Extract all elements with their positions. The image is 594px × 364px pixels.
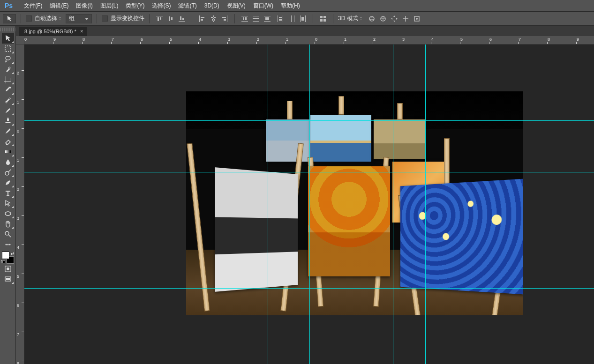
close-tab-icon[interactable]: × (80, 28, 83, 35)
guide-vertical[interactable] (393, 45, 393, 364)
svg-point-4 (416, 18, 418, 20)
guide-horizontal[interactable] (24, 172, 594, 172)
3d-orbit-icon[interactable] (367, 14, 377, 24)
document-tab[interactable]: 8.jpg @ 50%(RGB/8) * × (19, 27, 87, 36)
3d-scale-icon[interactable] (412, 14, 422, 24)
active-tool-indicator[interactable] (3, 14, 16, 23)
menu-image[interactable]: 图像(I) (72, 0, 96, 12)
toolbox-grip[interactable] (0, 28, 15, 31)
menu-filter[interactable]: 滤镜(T) (174, 0, 200, 12)
ruler-tick: 9 (53, 37, 56, 42)
separator (21, 14, 21, 23)
move-tool[interactable] (2, 33, 14, 44)
align-bottom-icon[interactable] (177, 14, 187, 24)
canvas-area: 0987654321012345678910 21012345678 (16, 36, 594, 364)
screen-mode-tool[interactable] (2, 274, 14, 284)
auto-select-dropdown[interactable]: 组 (66, 14, 92, 23)
distribute-vcenter-icon[interactable] (251, 14, 261, 24)
dodge-tool[interactable] (2, 167, 14, 178)
separator (234, 14, 235, 23)
image-content (186, 91, 523, 315)
history-brush-tool[interactable] (2, 126, 14, 136)
blur-tool[interactable] (2, 157, 14, 167)
mode-3d-label: 3D 模式： (338, 15, 364, 22)
show-transform-checkbox[interactable] (102, 15, 108, 22)
menu-file[interactable]: 文件(F) (20, 0, 46, 12)
ruler-vertical[interactable]: 21012345678 (16, 45, 24, 364)
menu-window[interactable]: 窗口(W) (249, 0, 277, 12)
ruler-tick: 6 (141, 37, 143, 42)
menu-type[interactable]: 类型(Y) (122, 0, 148, 12)
workspace: 8.jpg @ 50%(RGB/8) * × 09876543210123456… (16, 26, 594, 364)
svg-point-16 (7, 267, 9, 270)
distribute-bottom-icon[interactable] (262, 14, 272, 24)
pen-tool[interactable] (2, 178, 14, 188)
ruler-horizontal[interactable]: 0987654321012345678910 (24, 36, 594, 45)
guide-vertical[interactable] (425, 45, 426, 364)
edit-toolbar[interactable] (2, 239, 14, 250)
color-swatches[interactable]: ⇄ (2, 252, 14, 264)
align-middle-icon[interactable] (165, 14, 176, 24)
ruler-tick: 4 (431, 37, 434, 42)
3d-slide-icon[interactable] (400, 14, 411, 24)
hand-tool[interactable] (2, 219, 14, 229)
ruler-tick: 3 (228, 37, 230, 42)
ruler-tick: 1 (344, 37, 346, 42)
align-left-icon[interactable] (197, 14, 207, 24)
auto-select-checkbox[interactable] (26, 15, 32, 22)
ruler-tick: 3 (17, 216, 19, 221)
menu-3d[interactable]: 3D(D) (201, 0, 223, 11)
brush-tool[interactable] (2, 105, 14, 116)
toolbox: ⇄ (0, 26, 16, 364)
distribute-hcenter-icon[interactable] (286, 14, 297, 24)
type-tool[interactable] (2, 188, 14, 198)
healing-brush-tool[interactable] (2, 95, 14, 105)
align-right-icon[interactable] (219, 14, 230, 24)
move-tool-icon (6, 15, 13, 22)
lasso-tool[interactable] (2, 54, 14, 64)
separator (333, 14, 333, 23)
guide-horizontal[interactable] (24, 288, 594, 289)
svg-rect-8 (5, 150, 11, 153)
shape-tool[interactable] (2, 208, 14, 219)
menu-edit[interactable]: 编辑(E) (46, 0, 72, 12)
guide-horizontal[interactable] (24, 120, 594, 121)
distribute-left-icon[interactable] (275, 14, 286, 24)
document-tab-title: 8.jpg @ 50%(RGB/8) * (24, 29, 76, 34)
menu-select[interactable]: 选择(S) (148, 0, 174, 12)
ruler-tick: 5 (460, 37, 463, 42)
ruler-tick: 5 (170, 37, 172, 42)
document-canvas[interactable] (186, 91, 523, 315)
eyedropper-tool[interactable] (2, 85, 14, 95)
marquee-tool[interactable] (2, 44, 14, 54)
eraser-tool[interactable] (2, 136, 14, 147)
ruler-tick: 8 (17, 361, 19, 364)
path-select-tool[interactable] (2, 198, 14, 208)
guide-vertical[interactable] (309, 45, 310, 364)
ruler-tick: 1 (17, 158, 19, 163)
distribute-right-icon[interactable] (298, 14, 308, 24)
menu-layer[interactable]: 图层(L) (97, 0, 122, 12)
align-top-icon[interactable] (154, 14, 165, 24)
gradient-tool[interactable] (2, 147, 14, 157)
separator (192, 14, 192, 23)
auto-align-icon[interactable] (318, 14, 328, 24)
menu-help[interactable]: 帮助(H) (277, 0, 304, 12)
auto-select-label: 自动选择： (35, 15, 63, 22)
zoom-tool[interactable] (2, 229, 14, 239)
quick-mask-tool[interactable] (2, 264, 14, 274)
align-center-icon[interactable] (208, 14, 218, 24)
distribute-top-icon[interactable] (240, 14, 250, 24)
guide-vertical[interactable] (268, 45, 268, 364)
quick-select-tool[interactable] (2, 64, 14, 74)
3d-pan-icon[interactable] (389, 14, 399, 24)
3d-roll-icon[interactable] (378, 14, 388, 24)
clone-stamp-tool[interactable] (2, 116, 14, 126)
menu-view[interactable]: 视图(V) (223, 0, 249, 12)
foreground-color[interactable] (2, 252, 9, 259)
swap-colors-icon[interactable]: ⇄ (11, 251, 15, 256)
svg-point-0 (369, 16, 374, 21)
crop-tool[interactable] (2, 74, 14, 85)
ruler-tick: 4 (199, 37, 201, 42)
ruler-origin[interactable] (16, 36, 24, 45)
